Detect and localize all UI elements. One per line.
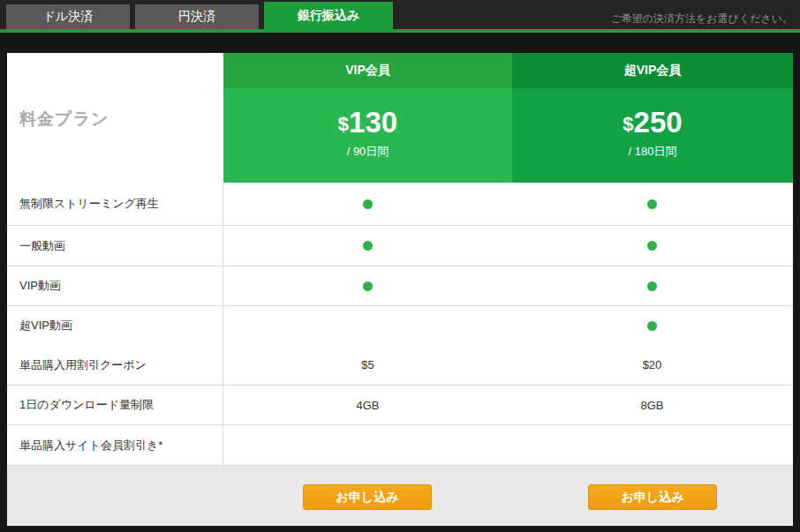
table-row-site-member-discount: 単品購入サイト会員割引き* bbox=[7, 424, 793, 465]
row-label: 単品購入用割引クーポン bbox=[7, 345, 223, 385]
table-row-unlimited-streaming: 無制限ストリーミング再生 bbox=[7, 183, 793, 225]
table-row-general-videos: 一般動画 bbox=[7, 225, 793, 266]
table-row-super-vip-videos: 超VIP動画 bbox=[7, 305, 793, 345]
included-dot-icon bbox=[647, 281, 657, 291]
apply-button-vip[interactable]: お申し込み bbox=[303, 484, 432, 510]
table-row-vip-videos: VIP動画 bbox=[7, 266, 793, 305]
row-label: 無制限ストリーミング再生 bbox=[7, 183, 223, 225]
plan-name-vip: VIP会員 bbox=[223, 53, 512, 88]
super-vip-cell bbox=[512, 226, 792, 266]
plan-period-vip: / 90日間 bbox=[223, 144, 512, 160]
included-dot-icon bbox=[647, 241, 657, 251]
payment-method-tab-bar: ドル決済 円決済 銀行振込み ご希望の決済方法をお選びください。 bbox=[0, 0, 800, 29]
currency-symbol: $ bbox=[338, 113, 349, 135]
row-label: 単品購入サイト会員割引き* bbox=[7, 425, 223, 465]
vip-cell bbox=[223, 226, 512, 266]
super-vip-cell: $20 bbox=[512, 345, 792, 385]
vip-cell bbox=[223, 425, 512, 465]
plan-name-super-vip: 超VIP会員 bbox=[512, 53, 793, 88]
table-footer: お申し込み お申し込み bbox=[7, 465, 793, 526]
included-dot-icon bbox=[363, 241, 373, 251]
pricing-table: 料金プラン VIP会員 $130 / 90日間 超VIP会員 $250 / 18… bbox=[7, 53, 793, 526]
plan-price-block-super-vip: $250 / 180日間 bbox=[512, 88, 793, 183]
row-label: 一般動画 bbox=[7, 226, 223, 266]
super-vip-cell bbox=[512, 183, 792, 225]
plan-price-super-vip: $250 bbox=[512, 88, 793, 139]
row-label: 1日のダウンロード量制限 bbox=[7, 386, 223, 424]
row-label: VIP動画 bbox=[7, 266, 223, 305]
included-dot-icon bbox=[363, 199, 373, 209]
plan-price-vip: $130 bbox=[223, 88, 512, 139]
vip-cell bbox=[223, 266, 512, 305]
vip-cell: $5 bbox=[223, 345, 512, 385]
vip-cell bbox=[223, 183, 512, 225]
tab-dollar-payment[interactable]: ドル決済 bbox=[6, 4, 130, 29]
tab-bank-transfer[interactable]: 銀行振込み bbox=[264, 2, 393, 29]
super-vip-cell bbox=[512, 306, 792, 345]
included-dot-icon bbox=[363, 281, 373, 291]
plan-price-block-vip: $130 / 90日間 bbox=[223, 88, 512, 183]
vip-cell bbox=[223, 306, 512, 345]
included-dot-icon bbox=[647, 321, 657, 331]
table-row-daily-download-limit: 1日のダウンロード量制限 4GB 8GB bbox=[7, 385, 793, 424]
plan-column-vip: VIP会員 $130 / 90日間 bbox=[223, 53, 512, 183]
vip-cell: 4GB bbox=[223, 386, 512, 424]
pricing-table-header: 料金プラン VIP会員 $130 / 90日間 超VIP会員 $250 / 18… bbox=[7, 53, 793, 183]
payment-method-hint: ご希望の決済方法をお選びください。 bbox=[610, 11, 793, 26]
corner-cell: 料金プラン bbox=[7, 53, 223, 183]
active-tab-underline bbox=[0, 29, 800, 33]
included-dot-icon bbox=[647, 199, 657, 209]
plan-period-super-vip: / 180日間 bbox=[512, 144, 793, 160]
pricing-plan-title: 料金プラン bbox=[7, 53, 223, 131]
row-label: 超VIP動画 bbox=[7, 306, 223, 345]
tab-yen-payment[interactable]: 円決済 bbox=[135, 4, 259, 29]
apply-button-super-vip[interactable]: お申し込み bbox=[588, 484, 717, 510]
table-row-discount-coupon: 単品購入用割引クーポン $5 $20 bbox=[7, 345, 793, 385]
super-vip-cell: 8GB bbox=[512, 386, 792, 424]
super-vip-cell bbox=[512, 425, 792, 465]
currency-symbol: $ bbox=[623, 113, 633, 135]
price-amount: 130 bbox=[349, 106, 397, 139]
price-amount: 250 bbox=[634, 106, 683, 139]
plan-column-super-vip: 超VIP会員 $250 / 180日間 bbox=[512, 53, 793, 183]
payment-plans-screen: ドル決済 円決済 銀行振込み ご希望の決済方法をお選びください。 料金プラン V… bbox=[0, 0, 800, 532]
super-vip-cell bbox=[512, 266, 792, 305]
